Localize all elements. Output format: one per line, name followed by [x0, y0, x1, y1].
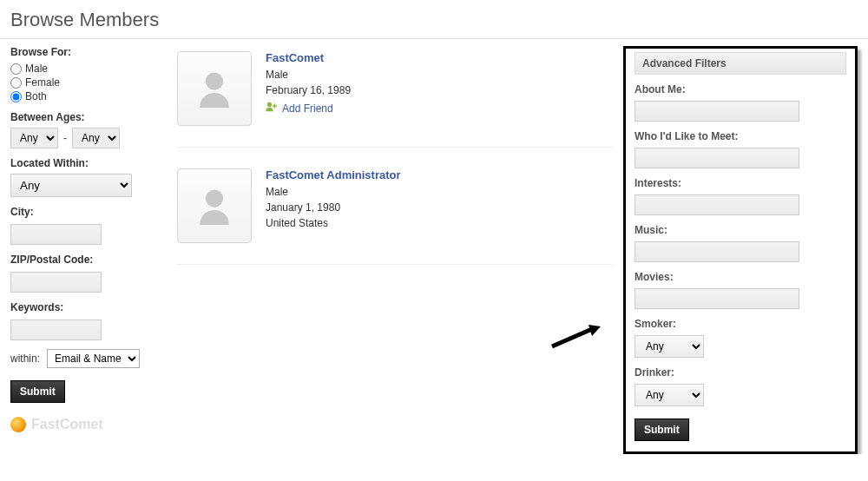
- add-friend-icon: [266, 102, 278, 115]
- located-within-label: Located Within:: [10, 157, 156, 169]
- keywords-input[interactable]: [10, 320, 102, 340]
- located-within-select[interactable]: Any: [10, 174, 132, 197]
- svg-point-0: [206, 72, 223, 89]
- member-name-link[interactable]: FastComet Administrator: [266, 168, 401, 181]
- within-label: within:: [10, 353, 40, 365]
- city-input[interactable]: [10, 224, 102, 245]
- add-friend-link[interactable]: Add Friend: [282, 102, 333, 115]
- member-row: FastComet Male February 16, 1989 Add Fri…: [177, 46, 613, 148]
- radio-female[interactable]: [10, 77, 22, 89]
- radio-male[interactable]: [10, 63, 22, 75]
- member-row: FastComet Administrator Male January 1, …: [177, 163, 613, 265]
- smoker-label: Smoker:: [635, 318, 846, 330]
- movies-input[interactable]: [635, 288, 799, 309]
- browse-for-label: Browse For:: [10, 46, 156, 58]
- member-list: FastComet Male February 16, 1989 Add Fri…: [167, 46, 623, 454]
- zip-input[interactable]: [10, 272, 102, 293]
- music-input[interactable]: [635, 241, 799, 262]
- member-gender: Male: [266, 184, 401, 200]
- meet-label: Who I'd Like to Meet:: [635, 130, 846, 142]
- age-sep: -: [63, 132, 67, 144]
- radio-male-label: Male: [25, 63, 48, 75]
- radio-female-label: Female: [25, 76, 60, 89]
- zip-label: ZIP/Postal Code:: [10, 254, 156, 266]
- advanced-submit-button[interactable]: Submit: [635, 418, 689, 441]
- svg-point-1: [267, 102, 272, 107]
- left-filters: Browse For: Male Female Both Between Age…: [10, 46, 167, 454]
- brand-text: FastComet: [31, 417, 103, 432]
- advanced-filters-box: Advanced Filters About Me: Who I'd Like …: [623, 46, 858, 454]
- drinker-label: Drinker:: [635, 366, 846, 379]
- page-title: Browse Members: [0, 0, 868, 39]
- about-me-label: About Me:: [635, 83, 846, 96]
- about-me-input[interactable]: [635, 101, 799, 122]
- age-min-select[interactable]: Any: [10, 128, 58, 148]
- svg-point-2: [206, 189, 223, 207]
- left-submit-button[interactable]: Submit: [10, 380, 65, 403]
- avatar-icon: [191, 65, 238, 112]
- interests-label: Interests:: [635, 177, 846, 189]
- between-ages-label: Between Ages:: [10, 111, 156, 123]
- age-max-select[interactable]: Any: [72, 128, 120, 148]
- keywords-label: Keywords:: [10, 301, 156, 313]
- radio-both-label: Both: [25, 90, 47, 102]
- avatar[interactable]: [177, 51, 252, 126]
- avatar-icon: [191, 182, 238, 229]
- city-label: City:: [10, 206, 156, 218]
- within-select[interactable]: Email & Name: [47, 349, 140, 368]
- avatar[interactable]: [177, 168, 252, 243]
- music-label: Music:: [635, 224, 846, 236]
- radio-both[interactable]: [10, 91, 22, 102]
- movies-label: Movies:: [635, 271, 846, 283]
- member-gender: Male: [266, 67, 351, 82]
- smoker-select[interactable]: Any: [635, 335, 704, 358]
- drinker-select[interactable]: Any: [635, 384, 704, 406]
- interests-input[interactable]: [635, 194, 799, 215]
- member-country: United States: [266, 215, 401, 231]
- brand-icon: [10, 417, 26, 432]
- member-name-link[interactable]: FastComet: [266, 51, 351, 64]
- member-dob: February 16, 1989: [266, 82, 351, 98]
- meet-input[interactable]: [635, 148, 799, 168]
- member-dob: January 1, 1980: [266, 200, 401, 215]
- advanced-filters-header: Advanced Filters: [635, 52, 846, 75]
- annotation-arrow: [550, 324, 602, 353]
